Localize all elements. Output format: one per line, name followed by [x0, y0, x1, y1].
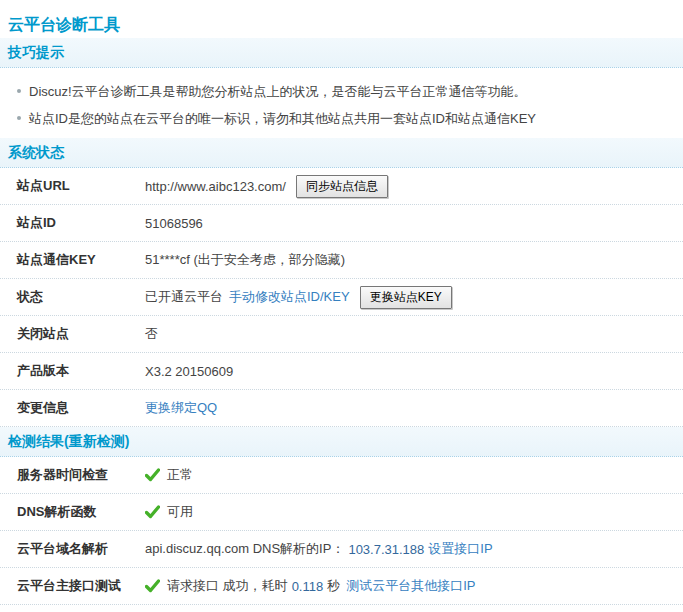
table-row-main-api-test: 云平台主接口测试 请求接口 成功，耗时 0.118 秒 测试云平台其他接口IP: [0, 568, 683, 605]
tip-text: 站点ID是您的站点在云平台的唯一标识，请勿和其他站点共用一套站点ID和站点通信K…: [29, 110, 536, 127]
dns-function-label: DNS解析函数: [0, 503, 145, 521]
system-status-section-header: 系统状态: [0, 138, 683, 168]
rebind-qq-link[interactable]: 更换绑定QQ: [145, 399, 217, 417]
tips-list: Discuz!云平台诊断工具是帮助您分析站点上的状况，是否能与云平台正常通信等功…: [0, 68, 683, 138]
tip-item: 站点ID是您的站点在云平台的唯一标识，请勿和其他站点共用一套站点ID和站点通信K…: [0, 105, 683, 132]
table-row-site-url: 站点URL http://www.aibc123.com/ 同步站点信息: [0, 168, 683, 205]
test-other-interface-ip-link[interactable]: 测试云平台其他接口IP: [346, 577, 475, 595]
modify-id-key-link[interactable]: 手动修改站点ID/KEY: [229, 288, 350, 306]
recheck-link[interactable]: (重新检测): [64, 433, 129, 449]
server-time-value: 正常: [167, 466, 193, 484]
sync-site-info-button[interactable]: 同步站点信息: [296, 175, 388, 198]
table-row-site-id: 站点ID 51068596: [0, 205, 683, 242]
tip-item: Discuz!云平台诊断工具是帮助您分析站点上的状况，是否能与云平台正常通信等功…: [0, 78, 683, 105]
main-api-test-text: 请求接口 成功，耗时: [167, 577, 288, 595]
success-check-icon: [145, 468, 160, 482]
site-closed-label: 关闭站点: [0, 325, 145, 343]
site-id-label: 站点ID: [0, 214, 145, 232]
resolved-ip-value: 103.7.31.188: [348, 542, 424, 557]
tip-text: Discuz!云平台诊断工具是帮助您分析站点上的状况，是否能与云平台正常通信等功…: [29, 83, 527, 100]
success-check-icon: [145, 579, 160, 593]
site-key-value: 51****cf (出于安全考虑，部分隐藏): [145, 251, 345, 269]
system-status-header-label: 系统状态: [8, 144, 64, 160]
status-label: 状态: [0, 288, 145, 306]
status-value: 已开通云平台: [145, 288, 223, 306]
site-url-value: http://www.aibc123.com/: [145, 179, 286, 194]
bullet-icon: [17, 89, 21, 93]
set-interface-ip-link[interactable]: 设置接口IP: [428, 540, 492, 558]
seconds-unit-label: 秒: [327, 577, 340, 595]
site-key-label: 站点通信KEY: [0, 251, 145, 269]
replace-site-key-button[interactable]: 更换站点KEY: [360, 286, 452, 309]
table-row-site-key: 站点通信KEY 51****cf (出于安全考虑，部分隐藏): [0, 242, 683, 279]
domain-resolution-text: api.discuz.qq.com DNS解析的IP：: [145, 540, 344, 558]
table-row-domain-resolution: 云平台域名解析 api.discuz.qq.com DNS解析的IP： 103.…: [0, 531, 683, 568]
bullet-icon: [17, 116, 21, 120]
page-title: 云平台诊断工具: [0, 0, 683, 38]
main-api-test-label: 云平台主接口测试: [0, 577, 145, 595]
elapsed-seconds-value: 0.118: [292, 579, 324, 594]
table-row-site-closed: 关闭站点 否: [0, 316, 683, 353]
tips-section-header: 技巧提示: [0, 38, 683, 68]
dns-function-value: 可用: [167, 503, 193, 521]
product-version-label: 产品版本: [0, 362, 145, 380]
tips-header-label: 技巧提示: [8, 44, 64, 60]
change-info-label: 变更信息: [0, 399, 145, 417]
site-closed-value: 否: [145, 325, 158, 343]
detection-section-header: 检测结果(重新检测): [0, 427, 683, 457]
server-time-label: 服务器时间检查: [0, 466, 145, 484]
table-row-server-time: 服务器时间检查 正常: [0, 457, 683, 494]
product-version-value: X3.2 20150609: [145, 364, 233, 379]
table-row-change-info: 变更信息 更换绑定QQ: [0, 390, 683, 427]
site-id-value: 51068596: [145, 216, 203, 231]
success-check-icon: [145, 505, 160, 519]
table-row-product-version: 产品版本 X3.2 20150609: [0, 353, 683, 390]
table-row-status: 状态 已开通云平台 手动修改站点ID/KEY 更换站点KEY: [0, 279, 683, 316]
site-url-label: 站点URL: [0, 177, 145, 195]
table-row-dns-function: DNS解析函数 可用: [0, 494, 683, 531]
detection-header-label: 检测结果: [8, 433, 64, 449]
domain-resolution-label: 云平台域名解析: [0, 540, 145, 558]
